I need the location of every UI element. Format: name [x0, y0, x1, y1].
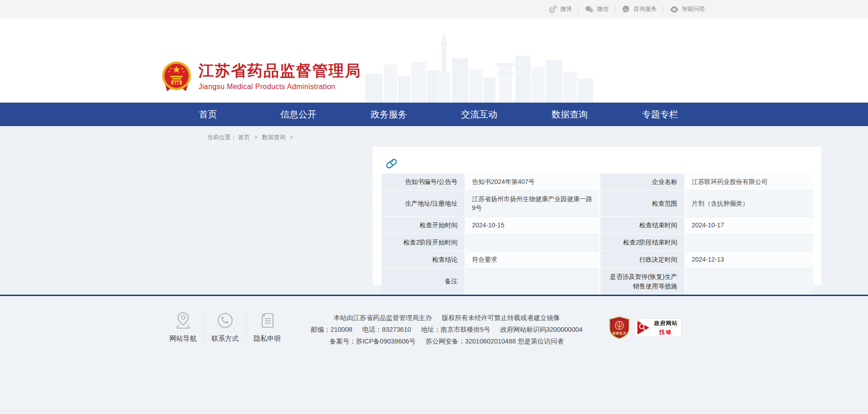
footer-text-segment: 版权所有未经许可禁止转载或者建立镜像	[442, 312, 560, 324]
field-label: 检查开始时间	[382, 217, 466, 234]
divider	[204, 313, 204, 341]
field-value: 片剂（含抗肿瘤类）	[685, 191, 813, 217]
field-value	[466, 234, 599, 251]
badge-site-label: 政府网站	[654, 320, 678, 328]
footer-link-label: 隐私申明	[250, 334, 285, 343]
top-utility-bar: 微博 微信 咨询服务 智能问答	[0, 0, 868, 18]
topbar-label: 微信	[597, 5, 609, 13]
field-label: 生产地址/注册地址	[382, 191, 466, 217]
footer-link-label: 联系方式	[208, 334, 243, 343]
nav-item-home[interactable]: 首页	[163, 103, 253, 126]
table-row: 检查开始时间 2024-10-15 检查结束时间 2024-10-17	[382, 217, 813, 234]
field-value: 符合要求	[466, 251, 599, 268]
field-value: 2024-10-15	[466, 217, 599, 234]
footer-link-sitemap[interactable]: 网站导航	[165, 312, 201, 343]
footer-text-segment: 政府网站标识码3200000004	[500, 324, 582, 335]
field-value: 2024-10-17	[685, 217, 813, 234]
topbar-link-weibo[interactable]: 微博	[548, 5, 572, 14]
footer-text-segment: 电话：83273610	[362, 324, 411, 335]
table-row: 告知书编号/公告号 告知书2024年第407号 企业名称 江苏联环药业股份有限公…	[382, 174, 813, 191]
field-value: 江苏省扬州市扬州生物健康产业园健康一路9号	[466, 191, 599, 217]
footer-line-1: 本站由江苏省药品监督管理局主办 版权所有未经许可禁止转载或者建立镜像	[294, 312, 599, 324]
site-error-report-badge[interactable]: 政府网站 找错	[635, 319, 682, 337]
footer-text-segment: 地址：南京市鼓楼街5号	[421, 324, 490, 335]
magnifier-flag-icon	[637, 320, 651, 335]
footer-links: 网站导航 联系方式 隐私申明	[165, 312, 285, 347]
site-header: 江苏省药品监督管理局 Jiangsu Medical Products Admi…	[0, 19, 868, 103]
phone-icon	[217, 312, 233, 329]
field-label: 检查结论	[382, 251, 466, 268]
footer-link-label: 网站导航	[165, 334, 201, 343]
footer-text-segment: 本站由江苏省药品监督管理局主办	[334, 312, 432, 324]
document-icon	[259, 312, 275, 329]
table-row: 生产地址/注册地址 江苏省扬州市扬州生物健康产业园健康一路9号 检查范围 片剂（…	[382, 191, 813, 217]
map-pin-icon	[175, 312, 191, 329]
footer-info-text: 本站由江苏省药品监督管理局主办 版权所有未经许可禁止转载或者建立镜像 邮编：21…	[285, 312, 609, 347]
content-area: 当前位置： 首页 > 数据查询 > 告知书编号/公告号 告知书2024	[0, 126, 868, 295]
party-badge-label: 党政机关	[609, 331, 630, 336]
breadcrumb-home-link[interactable]: 首页	[238, 134, 250, 141]
footer-line-2: 邮编：210008 电话：83273610 地址：南京市鼓楼街5号 政府网站标识…	[294, 324, 599, 335]
inspection-detail-card: 告知书编号/公告号 告知书2024年第407号 企业名称 江苏联环药业股份有限公…	[372, 146, 822, 286]
weibo-icon	[548, 5, 557, 14]
breadcrumb-separator: >	[290, 134, 293, 141]
topbar-label: 智能问答	[682, 5, 705, 13]
footer-line-3: 备案号：苏ICP备09039606号 苏公网安备：32010602010488 …	[294, 335, 599, 347]
table-row: 检查结论 符合要求 行政决定时间 2024-12-13	[382, 251, 813, 268]
divider	[615, 6, 615, 12]
field-value	[466, 268, 599, 295]
site-footer: 网站导航 联系方式 隐私申明 本站由江苏省药品监督管理局主办 版权所有未经许可禁…	[0, 296, 868, 414]
breadcrumb-prefix: 当前位置：	[207, 134, 236, 141]
footer-icp-number[interactable]: 备案号：苏ICP备09039606号	[330, 335, 415, 347]
site-subtitle: Jiangsu Medical Products Administration	[198, 83, 361, 91]
footer-police-number[interactable]: 苏公网安备：32010602010488 您是第位访问者	[425, 335, 563, 347]
footer-text-segment: 邮编：210008	[311, 324, 352, 335]
inspection-table: 告知书编号/公告号 告知书2024年第407号 企业名称 江苏联环药业股份有限公…	[382, 174, 813, 295]
nav-item-data-query[interactable]: 数据查询	[524, 103, 615, 126]
nav-item-interaction[interactable]: 交流互动	[434, 103, 524, 126]
site-title: 江苏省药品监督管理局	[198, 62, 361, 79]
divider	[578, 6, 579, 12]
field-label: 备注	[382, 268, 466, 295]
field-label: 企业名称	[599, 174, 685, 191]
field-value: 2024-12-13	[685, 251, 813, 268]
main-nav: 首页 信息公开 政务服务 交流互动 数据查询 专题专栏	[0, 103, 868, 126]
field-label: 告知书编号/公告号	[382, 174, 466, 191]
topbar-link-consult[interactable]: 咨询服务	[622, 5, 657, 14]
national-emblem-logo	[161, 61, 192, 92]
table-row: 检查2阶段开始时间 检查2阶段结束时间	[382, 234, 813, 251]
breadcrumb: 当前位置： 首页 > 数据查询 >	[207, 126, 705, 141]
field-value	[685, 234, 813, 251]
topbar-link-qa[interactable]: 智能问答	[670, 5, 705, 14]
field-value	[685, 268, 813, 295]
robot-icon	[670, 5, 679, 14]
field-label: 是否涉及暂停(恢复)生产销售使用等措施	[599, 268, 685, 295]
field-label: 检查2阶段结束时间	[599, 234, 685, 251]
city-skyline-watermark	[365, 30, 600, 103]
topbar-link-wechat[interactable]: 微信	[585, 5, 609, 14]
pill-icon	[384, 155, 399, 170]
field-label: 检查结束时间	[599, 217, 685, 234]
table-row: 备注 是否涉及暂停(恢复)生产销售使用等措施	[382, 268, 813, 295]
nav-item-topics[interactable]: 专题专栏	[615, 103, 705, 126]
wechat-icon	[585, 5, 594, 14]
breadcrumb-separator: >	[254, 134, 258, 141]
field-label: 行政决定时间	[599, 251, 685, 268]
divider	[663, 6, 664, 12]
nav-item-info[interactable]: 信息公开	[253, 103, 344, 126]
badge-err-label: 找错	[654, 328, 678, 336]
topbar-label: 咨询服务	[633, 5, 657, 13]
footer-link-contact[interactable]: 联系方式	[208, 312, 243, 343]
field-label: 检查范围	[599, 191, 685, 217]
divider	[246, 313, 246, 341]
field-value: 江苏联环药业股份有限公司	[685, 174, 813, 191]
nav-item-services[interactable]: 政务服务	[344, 103, 434, 126]
footer-link-privacy[interactable]: 隐私申明	[250, 312, 285, 343]
breadcrumb-section-link[interactable]: 数据查询	[262, 134, 285, 141]
field-value: 告知书2024年第407号	[466, 174, 599, 191]
field-label: 检查2阶段开始时间	[382, 234, 466, 251]
footer-badges: 党政机关 政府网站 找错	[609, 316, 682, 339]
chat-bubble-icon	[622, 5, 630, 14]
party-government-badge[interactable]: 党政机关	[609, 316, 630, 339]
topbar-label: 微博	[560, 5, 572, 13]
